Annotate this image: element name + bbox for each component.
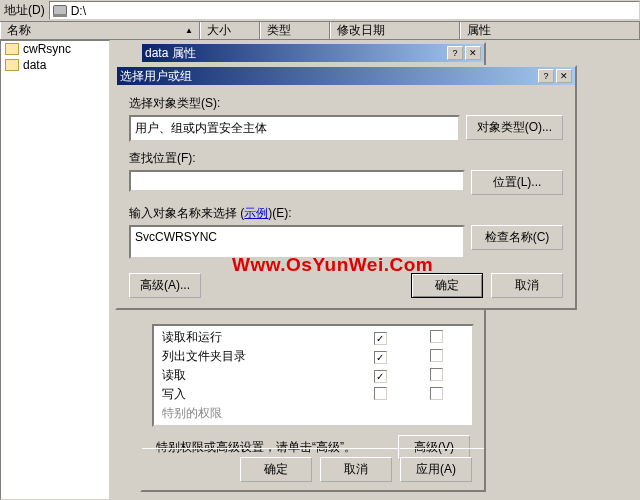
example-link[interactable]: 示例 bbox=[244, 206, 268, 220]
cancel-button[interactable]: 取消 bbox=[491, 273, 563, 298]
cancel-button[interactable]: 取消 bbox=[320, 457, 392, 482]
help-icon[interactable]: ? bbox=[447, 46, 463, 60]
address-value: D:\ bbox=[71, 4, 86, 18]
perm-row[interactable]: 读取 bbox=[154, 366, 472, 385]
locations-button[interactable]: 位置(L)... bbox=[471, 170, 563, 195]
help-icon[interactable]: ? bbox=[538, 69, 554, 83]
deny-checkbox[interactable] bbox=[430, 330, 443, 343]
deny-checkbox[interactable] bbox=[430, 349, 443, 362]
select-user-dialog: 选择用户或组 ? ✕ 选择对象类型(S): 用户、组或内置安全主体 对象类型(O… bbox=[115, 65, 577, 310]
perm-row[interactable]: 列出文件夹目录 bbox=[154, 347, 472, 366]
deny-checkbox[interactable] bbox=[430, 387, 443, 400]
address-label: 地址(D) bbox=[0, 0, 49, 21]
permissions-list: 读取和运行 列出文件夹目录 读取 写入 特别的权限 bbox=[152, 324, 474, 427]
check-names-button[interactable]: 检查名称(C) bbox=[471, 225, 563, 250]
folder-icon bbox=[5, 59, 19, 71]
allow-checkbox[interactable] bbox=[374, 332, 387, 345]
col-type[interactable]: 类型 bbox=[260, 22, 330, 39]
perm-row[interactable]: 写入 bbox=[154, 385, 472, 404]
dialog-title: 选择用户或组 bbox=[120, 68, 536, 85]
advanced-button[interactable]: 高级(A)... bbox=[129, 273, 201, 298]
ok-button[interactable]: 确定 bbox=[411, 273, 483, 298]
address-bar: 地址(D) D:\ bbox=[0, 0, 640, 22]
object-type-label: 选择对象类型(S): bbox=[129, 95, 563, 112]
location-field bbox=[129, 170, 465, 192]
col-modified[interactable]: 修改日期 bbox=[330, 22, 460, 39]
folder-icon bbox=[5, 43, 19, 55]
col-size[interactable]: 大小 bbox=[200, 22, 260, 39]
column-headers: 名称▲ 大小 类型 修改日期 属性 bbox=[0, 22, 640, 40]
ok-button[interactable]: 确定 bbox=[240, 457, 312, 482]
close-icon[interactable]: ✕ bbox=[465, 46, 481, 60]
sort-asc-icon: ▲ bbox=[185, 26, 193, 35]
location-label: 查找位置(F): bbox=[129, 150, 563, 167]
file-list[interactable]: cwRsync data bbox=[0, 40, 110, 500]
object-names-input[interactable] bbox=[129, 225, 465, 259]
list-item[interactable]: cwRsync bbox=[1, 41, 109, 57]
col-attrs[interactable]: 属性 bbox=[460, 22, 640, 39]
object-types-button[interactable]: 对象类型(O)... bbox=[466, 115, 563, 140]
drive-icon bbox=[53, 5, 67, 17]
properties-titlebar[interactable]: data 属性 ? ✕ bbox=[142, 44, 484, 62]
allow-checkbox[interactable] bbox=[374, 387, 387, 400]
address-field[interactable]: D:\ bbox=[49, 1, 640, 20]
close-icon[interactable]: ✕ bbox=[556, 69, 572, 83]
perm-row[interactable]: 读取和运行 bbox=[154, 328, 472, 347]
dialog-title: data 属性 bbox=[145, 45, 445, 62]
select-dialog-titlebar[interactable]: 选择用户或组 ? ✕ bbox=[117, 67, 575, 85]
apply-button[interactable]: 应用(A) bbox=[400, 457, 472, 482]
col-name[interactable]: 名称▲ bbox=[0, 22, 200, 39]
deny-checkbox[interactable] bbox=[430, 368, 443, 381]
allow-checkbox[interactable] bbox=[374, 370, 387, 383]
names-label: 输入对象名称来选择 (示例)(E): bbox=[129, 205, 563, 222]
allow-checkbox[interactable] bbox=[374, 351, 387, 364]
object-type-field: 用户、组或内置安全主体 bbox=[129, 115, 460, 142]
perm-row[interactable]: 特别的权限 bbox=[154, 404, 472, 423]
list-item[interactable]: data bbox=[1, 57, 109, 73]
